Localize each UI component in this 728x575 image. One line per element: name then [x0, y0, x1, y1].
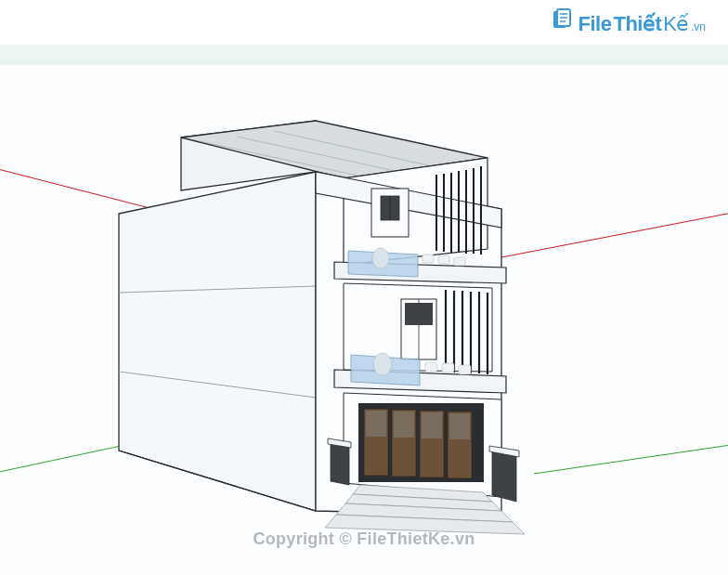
- building-model: [119, 121, 525, 534]
- header-divider: [0, 45, 728, 65]
- red-axis-right: [501, 212, 728, 257]
- svg-rect-55: [394, 412, 414, 438]
- site-logo[interactable]: File Thiết Kế .vn: [552, 8, 706, 36]
- scene-svg: [0, 65, 728, 575]
- svg-marker-58: [331, 441, 349, 485]
- logo-text-tld: .vn: [691, 20, 706, 33]
- logo-text-prefix: File: [578, 12, 612, 36]
- green-axis-right: [534, 444, 728, 474]
- logo-text-accent: Kế: [663, 12, 689, 36]
- svg-point-44: [373, 353, 392, 375]
- copyright-watermark: Copyright © FileThietKe.vn: [0, 529, 728, 549]
- header-bar: File Thiết Kế .vn: [0, 0, 728, 45]
- svg-rect-54: [366, 411, 386, 437]
- green-axis-left: [0, 446, 121, 474]
- svg-rect-31: [454, 257, 465, 266]
- svg-rect-30: [438, 255, 449, 264]
- svg-rect-56: [422, 412, 442, 438]
- svg-rect-46: [442, 363, 454, 372]
- logo-text-main: Thiết: [613, 12, 661, 36]
- svg-rect-45: [425, 362, 437, 372]
- svg-rect-35: [405, 303, 433, 325]
- svg-rect-47: [459, 365, 471, 374]
- svg-rect-29: [422, 255, 434, 263]
- svg-marker-59: [492, 450, 516, 502]
- 3d-viewport[interactable]: [0, 65, 728, 575]
- logo-icon: [552, 8, 573, 31]
- svg-rect-57: [449, 413, 470, 439]
- svg-point-28: [372, 248, 389, 268]
